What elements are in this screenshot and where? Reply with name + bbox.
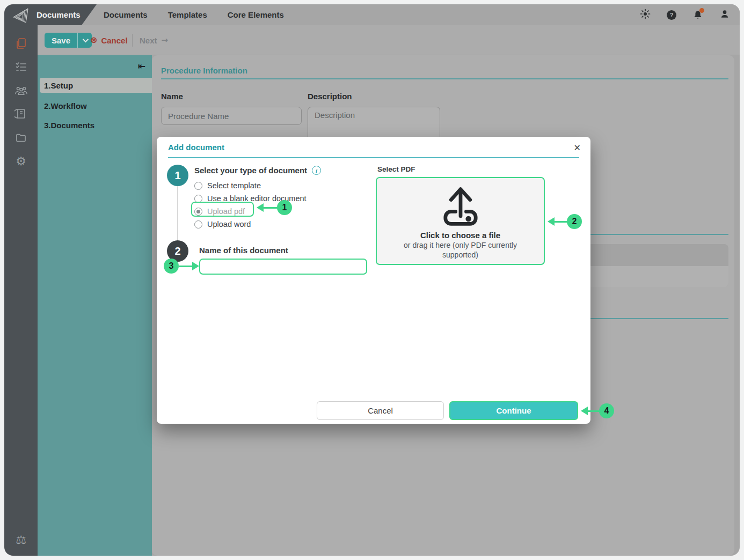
modal-title: Add document (168, 143, 224, 152)
description-field-label: Description (308, 92, 352, 101)
step-connector-line (177, 186, 178, 240)
profile-icon[interactable] (719, 9, 730, 21)
library-book-icon[interactable] (14, 107, 28, 121)
app-logo[interactable] (10, 6, 31, 27)
notification-dot (699, 8, 704, 13)
cancel-circle-x-icon: ⊗ (90, 36, 97, 45)
top-bar: Documents Templates Core Elements ? (4, 4, 740, 25)
brightness-icon[interactable] (640, 9, 651, 21)
rail-icon-list: ⚙ (4, 36, 38, 168)
cancel-button-label: Cancel (101, 36, 127, 45)
arrow-right-icon: → (162, 35, 169, 45)
step-1-title: Select your type of document (194, 166, 307, 175)
name-field-label: Name (161, 92, 183, 101)
pdf-dropzone[interactable]: Click to choose a file or drag it here (… (376, 177, 545, 265)
close-icon[interactable]: ✕ (574, 143, 581, 153)
add-document-modal: Add document ✕ 1 Select your type of doc… (157, 137, 590, 424)
next-button-label: Next (140, 36, 157, 45)
procedure-steps-sidebar: ⇤ 1.Setup 2.Workflow 3.Documents (38, 55, 152, 556)
modal-continue-button[interactable]: Continue (449, 401, 578, 420)
icon-rail-sidebar: ⚙ ⚖ (4, 4, 38, 556)
radio-select-template[interactable]: Select template (194, 179, 307, 192)
annotation-badge-1: 1 (277, 200, 292, 215)
info-icon[interactable]: i (312, 166, 321, 175)
settings-gear-icon[interactable]: ⚙ (14, 154, 28, 168)
legal-scale-icon[interactable]: ⚖ (4, 534, 38, 546)
annotation-badge-4: 4 (599, 403, 614, 418)
select-pdf-label: Select PDF (377, 165, 415, 173)
dropzone-hint-text: or drag it here (only PDF currently supp… (389, 241, 533, 260)
annotation-badge-2: 2 (567, 214, 582, 229)
modal-cancel-button[interactable]: Cancel (317, 401, 444, 420)
upload-icon (435, 182, 486, 230)
sidebar-step-setup[interactable]: 1.Setup (40, 78, 152, 93)
next-button[interactable]: Next → (140, 33, 168, 48)
annotation-arrowhead-3 (192, 262, 199, 270)
section-title: Procedure Information (161, 66, 247, 75)
radio-label: Select template (207, 181, 261, 190)
notifications-bell-icon[interactable] (692, 10, 703, 20)
team-icon[interactable] (14, 84, 28, 97)
radio-circle-icon (194, 182, 202, 190)
top-bar-icons: ? (640, 4, 730, 25)
top-nav: Documents Templates Core Elements (104, 4, 284, 25)
modal-title-divider (168, 157, 579, 158)
nav-item-core-elements[interactable]: Core Elements (228, 10, 284, 19)
radio-circle-icon (194, 220, 202, 229)
help-icon[interactable]: ? (667, 10, 676, 20)
document-name-input[interactable] (199, 259, 367, 275)
folders-icon[interactable] (14, 131, 28, 144)
save-dropdown-button[interactable] (77, 33, 92, 48)
nav-item-documents[interactable]: Documents (104, 10, 148, 19)
checklist-icon[interactable] (14, 60, 28, 73)
procedure-name-input[interactable] (161, 107, 302, 125)
cancel-button[interactable]: ⊗ Cancel (90, 33, 128, 48)
annotation-line-4 (587, 410, 600, 412)
annotation-badge-3: 3 (164, 259, 179, 274)
radio-label: Upload word (207, 220, 251, 229)
annotation-line-3 (179, 266, 193, 267)
save-button[interactable]: Save (45, 33, 77, 48)
collapse-sidebar-icon[interactable]: ⇤ (138, 61, 145, 71)
save-button-group: Save (45, 33, 92, 48)
chevron-down-icon (83, 36, 89, 42)
dropzone-cta-text: Click to choose a file (420, 231, 500, 240)
sidebar-step-documents[interactable]: 3.Documents (44, 121, 94, 130)
action-toolbar: Save ⊗ Cancel Next → (38, 25, 740, 55)
app-window: Documents Templates Core Elements ? Save… (4, 4, 740, 556)
highlight-box-upload-pdf (191, 202, 254, 217)
radio-upload-word[interactable]: Upload word (194, 218, 307, 231)
nav-item-templates[interactable]: Templates (168, 10, 207, 19)
toolbar-divider (132, 34, 133, 47)
document-name-label: Name of this document (199, 246, 288, 255)
documents-icon[interactable] (14, 36, 28, 50)
section-divider (161, 78, 728, 79)
sidebar-step-workflow[interactable]: 2.Workflow (44, 101, 87, 110)
step-1-badge: 1 (167, 165, 188, 186)
annotation-line-2 (554, 221, 568, 223)
